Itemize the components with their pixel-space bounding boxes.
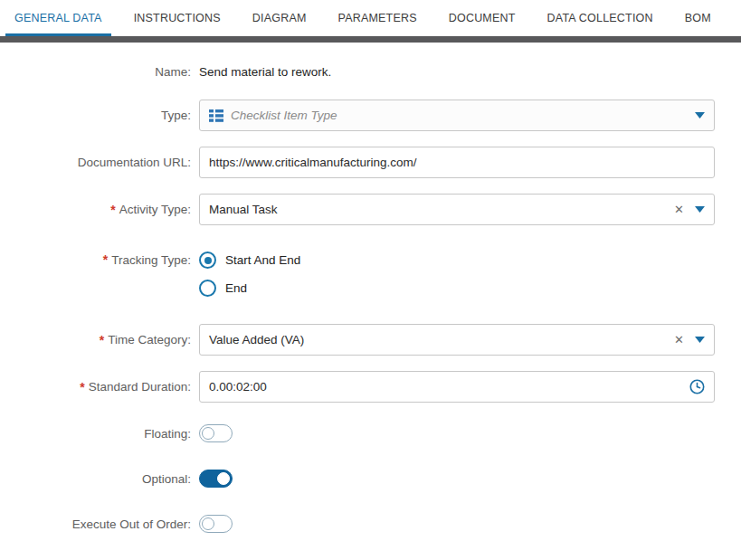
radio-end[interactable]: End	[199, 280, 715, 297]
activity-type-dropdown[interactable]: Manual Task ✕	[199, 194, 715, 225]
standard-duration-input[interactable]: 0.00:02:00	[199, 371, 715, 403]
tab-data-collection[interactable]: DATA COLLECTION	[546, 0, 655, 36]
type-value: Checklist Item Type	[231, 109, 337, 122]
floating-toggle[interactable]	[199, 424, 233, 442]
tracking-type-radio-group: Start And End End	[199, 250, 715, 297]
name-label: Name:	[155, 65, 191, 79]
type-dropdown[interactable]: Checklist Item Type	[199, 100, 715, 131]
type-label: Type:	[161, 109, 191, 122]
radio-start-and-end[interactable]: Start And End	[199, 252, 715, 269]
tab-general-data[interactable]: GENERAL DATA	[13, 0, 104, 36]
radio-icon[interactable]	[199, 280, 216, 297]
standard-duration-label: Standard Duration:	[89, 380, 191, 394]
form-row-floating: Floating:	[0, 424, 741, 442]
tab-diagram[interactable]: DIAGRAM	[251, 0, 309, 36]
tab-bom[interactable]: BOM	[683, 0, 713, 36]
form-row-name: Name: Send material to rework.	[0, 63, 741, 80]
standard-duration-value: 0.00:02:00	[209, 380, 267, 394]
optional-toggle[interactable]	[199, 470, 233, 488]
documentation-url-input[interactable]: https://www.criticalmanufacturing.com/	[199, 147, 715, 178]
name-value: Send material to rework.	[199, 65, 331, 79]
time-category-dropdown[interactable]: Value Added (VA) ✕	[199, 324, 715, 356]
execute-out-of-order-toggle[interactable]	[199, 515, 233, 533]
form-row-activity-type: * Activity Type: Manual Task ✕	[0, 194, 741, 225]
time-category-label: Time Category:	[108, 333, 191, 346]
required-asterisk: *	[103, 252, 108, 267]
form-row-standard-duration: * Standard Duration: 0.00:02:00	[0, 371, 741, 403]
form-row-documentation-url: Documentation URL: https://www.criticalm…	[0, 147, 741, 178]
chevron-down-icon[interactable]	[695, 112, 705, 119]
toggle-knob	[217, 472, 230, 485]
tracking-type-label: Tracking Type:	[111, 253, 191, 267]
checklist-type-icon	[209, 109, 223, 122]
floating-label: Floating:	[144, 427, 191, 441]
tab-instructions[interactable]: INSTRUCTIONS	[132, 0, 223, 36]
required-asterisk: *	[100, 333, 104, 347]
form-row-time-category: * Time Category: Value Added (VA) ✕	[0, 324, 741, 356]
clear-icon[interactable]: ✕	[674, 333, 684, 346]
clock-icon[interactable]	[689, 379, 705, 394]
form-row-optional: Optional:	[0, 470, 741, 488]
radio-label: End	[225, 281, 247, 295]
radio-label: Start And End	[225, 253, 300, 267]
required-asterisk: *	[80, 380, 84, 394]
general-data-form: Name: Send material to rework. Type:	[0, 43, 741, 533]
clear-icon[interactable]: ✕	[674, 203, 684, 216]
chevron-down-icon[interactable]	[695, 206, 705, 213]
activity-type-label: Activity Type:	[119, 203, 191, 216]
time-category-value: Value Added (VA)	[209, 333, 304, 346]
horizontal-scrollbar[interactable]	[0, 36, 741, 43]
form-row-tracking-type: * Tracking Type: Start And End End	[0, 250, 741, 297]
tab-document[interactable]: DOCUMENT	[447, 0, 518, 36]
execute-out-of-order-label: Execute Out of Order:	[72, 517, 191, 531]
radio-icon[interactable]	[199, 252, 216, 269]
optional-label: Optional:	[142, 472, 191, 486]
form-row-execute-out-of-order: Execute Out of Order:	[0, 515, 741, 533]
form-row-type: Type: Checklist Item Type	[0, 100, 741, 131]
documentation-url-label: Documentation URL:	[78, 156, 191, 169]
chevron-down-icon[interactable]	[695, 337, 705, 343]
required-asterisk: *	[110, 203, 115, 217]
tab-parameters[interactable]: PARAMETERS	[337, 0, 419, 36]
toggle-knob	[202, 517, 214, 530]
tab-bar: GENERAL DATA INSTRUCTIONS DIAGRAM PARAME…	[0, 0, 741, 36]
documentation-url-value: https://www.criticalmanufacturing.com/	[209, 156, 417, 169]
toggle-knob	[202, 427, 214, 440]
activity-type-value: Manual Task	[209, 203, 278, 216]
